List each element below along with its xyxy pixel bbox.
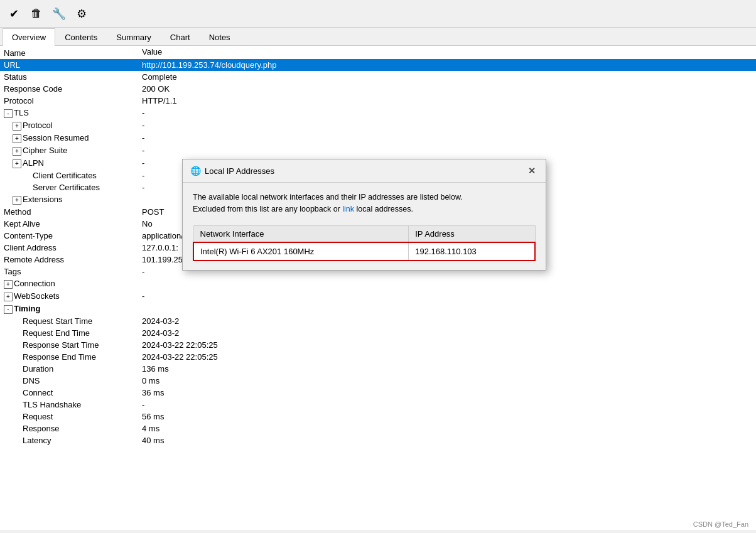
settings-icon[interactable]: ⚙ xyxy=(73,5,90,23)
interface-name: Intel(R) Wi-Fi 6 AX201 160MHz xyxy=(193,242,409,261)
expand-alpn-icon[interactable]: + xyxy=(13,159,21,168)
link-text: link xyxy=(342,205,354,213)
table-row[interactable]: Request Start Time 2024-03-2 xyxy=(0,315,756,327)
table-row[interactable]: Request End Time 2024-03-2 xyxy=(0,327,756,339)
table-row[interactable]: DNS 0 ms xyxy=(0,375,756,387)
expand-session-resumed-icon[interactable]: + xyxy=(13,134,21,143)
table-row[interactable]: URL http://101.199.253.74/cloudquery.php xyxy=(0,59,756,71)
dialog-body: The available local network interfaces a… xyxy=(183,183,546,270)
table-row[interactable]: Response End Time 2024-03-22 22:05:25 xyxy=(0,351,756,363)
table-row[interactable]: -TLS - xyxy=(0,107,756,119)
network-interface-row[interactable]: Intel(R) Wi-Fi 6 AX201 160MHz 192.168.11… xyxy=(193,242,535,261)
table-row[interactable]: TLS Handshake - xyxy=(0,399,756,411)
table-row[interactable]: Status Complete xyxy=(0,71,756,83)
expand-connection-icon[interactable]: + xyxy=(4,280,13,289)
dialog-title: Local IP Addresses xyxy=(205,166,274,176)
expand-extensions-icon[interactable]: + xyxy=(13,196,21,205)
table-row[interactable]: -Timing xyxy=(0,303,756,315)
table-row[interactable]: Response Start Time 2024-03-22 22:05:25 xyxy=(0,339,756,351)
dialog-description: The available local network interfaces a… xyxy=(193,191,536,215)
delete-icon[interactable]: 🗑 xyxy=(28,5,45,23)
main-content: Name Value URL http://101.199.253.74/clo… xyxy=(0,46,756,530)
toolbar: ✔ 🗑 🔧 ⚙ xyxy=(0,0,756,28)
tab-contents[interactable]: Contents xyxy=(55,28,107,46)
table-row[interactable]: +Protocol - xyxy=(0,119,756,132)
table-row[interactable]: Response 4 ms xyxy=(0,423,756,434)
tab-notes[interactable]: Notes xyxy=(200,28,240,46)
watermark: CSDN @Ted_Fan xyxy=(693,520,748,528)
table-row[interactable]: Duration 136 ms xyxy=(0,363,756,375)
table-row[interactable]: Connect 36 ms xyxy=(0,387,756,399)
table-row[interactable]: +Connection xyxy=(0,277,756,290)
dialog-titlebar: 🌐 Local IP Addresses ✕ xyxy=(183,159,546,183)
col-ip-header: IP Address xyxy=(409,225,535,242)
table-row[interactable]: Latency 40 ms xyxy=(0,434,756,446)
tab-chart[interactable]: Chart xyxy=(161,28,200,46)
dialog-icon: 🌐 xyxy=(190,166,201,176)
network-interfaces-table: Network Interface IP Address Intel(R) Wi… xyxy=(193,225,536,261)
interface-ip: 192.168.110.103 xyxy=(409,242,535,261)
collapse-tls-icon[interactable]: - xyxy=(4,109,13,118)
tools-icon[interactable]: 🔧 xyxy=(50,5,68,23)
table-row[interactable]: Request 56 ms xyxy=(0,411,756,423)
table-row[interactable]: Response Code 200 OK xyxy=(0,83,756,95)
col-interface-header: Network Interface xyxy=(193,225,409,242)
check-icon[interactable]: ✔ xyxy=(5,5,23,23)
collapse-timing-icon[interactable]: - xyxy=(4,305,13,314)
tab-summary[interactable]: Summary xyxy=(107,28,161,46)
table-row[interactable]: +Cipher Suite - xyxy=(0,144,756,157)
table-row[interactable]: +Session Resumed - xyxy=(0,132,756,144)
table-row[interactable]: +WebSockets - xyxy=(0,290,756,303)
expand-protocol-icon[interactable]: + xyxy=(13,122,21,131)
tab-overview[interactable]: Overview xyxy=(3,28,55,46)
table-row[interactable]: Protocol HTTP/1.1 xyxy=(0,95,756,107)
expand-websockets-icon[interactable]: + xyxy=(4,293,13,301)
expand-cipher-suite-icon[interactable]: + xyxy=(13,147,21,156)
col-value-header: Value xyxy=(138,46,756,59)
col-name-header: Name xyxy=(0,46,138,59)
dialog-close-button[interactable]: ✕ xyxy=(526,164,538,177)
local-ip-dialog: 🌐 Local IP Addresses ✕ The available loc… xyxy=(182,159,546,271)
tabs-bar: Overview Contents Summary Chart Notes xyxy=(0,28,756,46)
